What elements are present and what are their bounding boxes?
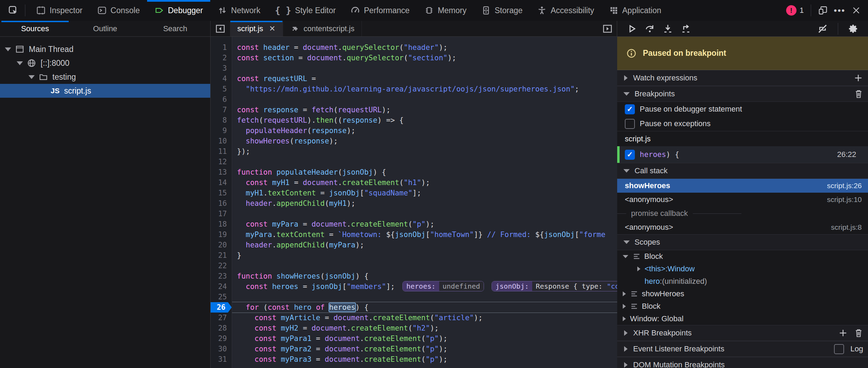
checkbox-checked[interactable]: ✓ bbox=[625, 104, 635, 114]
call-stack-header[interactable]: Call stack bbox=[617, 163, 868, 179]
call-stack-frame[interactable]: <anonymous>script.js:8 bbox=[617, 220, 868, 234]
code-line-14[interactable]: const myH1 = document.createElement("h1"… bbox=[232, 177, 617, 188]
settings-gear-icon[interactable] bbox=[844, 22, 862, 36]
scope-row[interactable]: hero: (uninitialized) bbox=[617, 275, 868, 288]
editor-code[interactable]: const header = document.querySelector("h… bbox=[232, 37, 617, 368]
line-number[interactable]: 20 bbox=[211, 240, 232, 250]
line-number[interactable]: 18 bbox=[211, 219, 232, 229]
code-line-4[interactable]: const requestURL = bbox=[232, 73, 617, 84]
log-checkbox[interactable] bbox=[834, 344, 844, 354]
sources-pane-tab-search[interactable]: Search bbox=[140, 21, 210, 36]
tab-accessibility[interactable]: Accessibility bbox=[530, 0, 601, 21]
code-line-27[interactable]: const myArticle = document.createElement… bbox=[232, 313, 617, 323]
line-number[interactable]: 2 bbox=[211, 53, 232, 63]
scope-row[interactable]: <this>: Window bbox=[617, 263, 868, 275]
add-xhr-breakpoint-icon[interactable] bbox=[838, 328, 848, 338]
code-line-19[interactable]: myPara.textContent = `Hometown: ${jsonOb… bbox=[232, 229, 617, 240]
code-line-6[interactable] bbox=[232, 94, 617, 105]
tab-performance[interactable]: Performance bbox=[343, 0, 417, 21]
tab-network[interactable]: Network bbox=[210, 0, 267, 21]
line-number[interactable]: 11 bbox=[211, 146, 232, 157]
line-number[interactable]: 23 bbox=[211, 271, 232, 281]
code-line-12[interactable] bbox=[232, 157, 617, 167]
line-number[interactable]: 3 bbox=[211, 63, 232, 73]
code-line-10[interactable]: showHeroes(response); bbox=[232, 136, 617, 146]
line-number[interactable]: 15 bbox=[211, 188, 232, 198]
resume-icon[interactable] bbox=[623, 22, 641, 36]
line-number[interactable]: 29 bbox=[211, 333, 232, 344]
tab-debugger[interactable]: Debugger bbox=[147, 0, 210, 21]
error-count-badge[interactable]: ! 1 bbox=[786, 5, 804, 16]
collapse-sources-pane-icon[interactable] bbox=[211, 21, 230, 36]
editor-gutter[interactable]: 1234567891011121314151617181920212223242… bbox=[211, 37, 232, 368]
breakpoints-header[interactable]: Breakpoints bbox=[617, 86, 868, 102]
dom-mutation-breakpoints-header[interactable]: DOM Mutation Breakpoints bbox=[617, 357, 868, 368]
breakpoint-item[interactable]: ✓heroes) {26:22 bbox=[617, 146, 868, 163]
scopes-header[interactable]: Scopes bbox=[617, 234, 868, 250]
source-tree-item-main-thread[interactable]: Main Thread bbox=[0, 42, 210, 56]
code-line-21[interactable]: } bbox=[232, 250, 617, 261]
inline-variable-preview[interactable]: jsonObj:Response { type: "co bbox=[492, 281, 617, 291]
code-line-13[interactable]: function populateHeader(jsonObj) { bbox=[232, 167, 617, 177]
sources-pane-tab-outline[interactable]: Outline bbox=[70, 21, 140, 36]
add-watch-icon[interactable] bbox=[853, 73, 863, 83]
breakpoint-source-header[interactable]: script.js bbox=[617, 131, 868, 146]
code-line-24[interactable]: const heroes = jsonObj["members"];heroes… bbox=[232, 281, 617, 292]
breakpoint-checkbox[interactable]: ✓ bbox=[625, 150, 635, 160]
line-number[interactable]: 27 bbox=[211, 313, 232, 323]
deactivate-breakpoints-icon[interactable] bbox=[814, 22, 832, 36]
line-number[interactable]: 17 bbox=[211, 209, 232, 219]
code-line-30[interactable]: const myPara2 = document.createElement("… bbox=[232, 344, 617, 354]
line-number[interactable]: 7 bbox=[211, 105, 232, 115]
source-tree-item-testing[interactable]: testing bbox=[0, 70, 210, 84]
code-line-2[interactable]: const section = document.querySelector("… bbox=[232, 53, 617, 63]
scope-row[interactable]: showHeroes bbox=[617, 288, 868, 300]
line-number[interactable]: 19 bbox=[211, 229, 232, 240]
code-line-22[interactable] bbox=[232, 261, 617, 271]
tab-style-editor[interactable]: { }Style Editor bbox=[267, 0, 343, 21]
remove-xhr-breakpoints-trash-icon[interactable] bbox=[854, 328, 863, 338]
remove-breakpoints-trash-icon[interactable] bbox=[854, 89, 863, 99]
scope-row[interactable]: Block bbox=[617, 250, 868, 263]
code-line-20[interactable]: header.appendChild(myPara); bbox=[232, 240, 617, 250]
line-number[interactable]: 21 bbox=[211, 250, 232, 261]
code-line-28[interactable]: const myH2 = document.createElement("h2"… bbox=[232, 323, 617, 333]
meatball-menu-icon[interactable]: ••• bbox=[831, 0, 848, 21]
code-line-7[interactable]: const response = fetch(requestURL); bbox=[232, 105, 617, 115]
line-number[interactable]: 1 bbox=[211, 42, 232, 53]
code-line-15[interactable]: myH1.textContent = jsonObj["squadName"]; bbox=[232, 188, 617, 198]
source-tree-item-script-js[interactable]: JSscript.js bbox=[0, 84, 210, 98]
code-line-5[interactable]: "https://mdn.github.io/learning-area/jav… bbox=[232, 84, 617, 94]
call-stack-frame[interactable]: showHeroesscript.js:26 bbox=[617, 179, 868, 193]
expand-panes-icon[interactable] bbox=[602, 24, 613, 34]
line-number[interactable]: 4 bbox=[211, 73, 232, 84]
editor-tab-contentscript.js[interactable]: contentscript.js bbox=[283, 21, 362, 36]
code-line-1[interactable]: const header = document.querySelector("h… bbox=[232, 42, 617, 53]
line-number[interactable]: 6 bbox=[211, 94, 232, 105]
line-number[interactable]: 10 bbox=[211, 136, 232, 146]
line-number[interactable]: 13 bbox=[211, 167, 232, 177]
step-over-icon[interactable] bbox=[641, 22, 659, 36]
code-editor[interactable]: 1234567891011121314151617181920212223242… bbox=[211, 37, 617, 368]
scope-row[interactable]: Window: Global bbox=[617, 313, 868, 325]
tab-memory[interactable]: Memory bbox=[417, 0, 474, 21]
code-line-18[interactable]: const myPara = document.createElement("p… bbox=[232, 219, 617, 229]
tab-console[interactable]: Console bbox=[90, 0, 147, 21]
watch-expressions-header[interactable]: Watch expressions bbox=[617, 70, 868, 86]
tab-application[interactable]: Application bbox=[602, 0, 669, 21]
event-listener-breakpoints-header[interactable]: Event Listener Breakpoints Log bbox=[617, 341, 868, 357]
tab-storage[interactable]: Storage bbox=[474, 0, 530, 21]
code-line-25[interactable] bbox=[232, 292, 617, 302]
code-line-16[interactable]: header.appendChild(myH1); bbox=[232, 198, 617, 209]
code-line-29[interactable]: const myPara1 = document.createElement("… bbox=[232, 333, 617, 344]
code-line-11[interactable]: }); bbox=[232, 146, 617, 157]
editor-tab-script.js[interactable]: script.js✕ bbox=[230, 21, 283, 36]
scope-row[interactable]: Block bbox=[617, 300, 868, 313]
line-number[interactable]: 14 bbox=[211, 177, 232, 188]
code-line-31[interactable]: const myPara3 = document.createElement("… bbox=[232, 354, 617, 365]
close-devtools-icon[interactable] bbox=[848, 0, 865, 21]
line-number[interactable]: 24 bbox=[211, 281, 232, 292]
xhr-breakpoints-header[interactable]: XHR Breakpoints bbox=[617, 325, 868, 341]
close-tab-icon[interactable]: ✕ bbox=[268, 24, 275, 33]
line-number[interactable]: 31 bbox=[211, 354, 232, 365]
